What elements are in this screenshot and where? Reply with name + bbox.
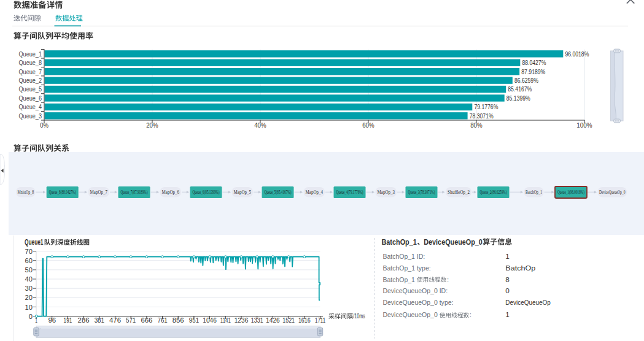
svg-text:87.9189%: 87.9189% [521,68,545,75]
svg-text:381: 381 [95,316,104,324]
svg-text:Queue_8: Queue_8 [19,59,42,66]
svg-text:/10ms: /10ms [353,313,365,320]
svg-text:40: 40 [25,275,33,283]
svg-text:BatchOp_1: BatchOp_1 [382,276,417,283]
svg-text:1236: 1236 [235,316,249,324]
svg-text:571: 571 [126,316,136,324]
svg-text:85.4167%: 85.4167% [508,85,532,93]
svg-text:MapOp_5: MapOp_5 [234,190,252,195]
svg-text:1: 1 [505,252,510,261]
svg-text:MnistOp_8: MnistOp_8 [18,190,34,195]
svg-text:80%: 80% [470,121,483,129]
svg-text:DeviceQueueOp_0: DeviceQueueOp_0 [424,238,483,247]
svg-text:1521: 1521 [282,316,295,324]
svg-text:60%: 60% [362,121,374,129]
svg-text:BatchOp_1: BatchOp_1 [382,238,417,247]
svg-text:Queue1: Queue1 [25,238,44,247]
svg-text:Queue_5(85.4167%): Queue_5(85.4167%) [265,190,292,195]
svg-text:BatchOp_1 type:: BatchOp_1 type: [382,264,430,272]
svg-text:100%: 100% [576,121,592,129]
svg-text:DeviceQueueOp_0 ID:: DeviceQueueOp_0 ID: [382,287,448,294]
svg-text:MapOp_6: MapOp_6 [162,190,180,195]
svg-text:Queue_7(87.9189%): Queue_7(87.9189%) [121,190,148,195]
svg-text::: : [447,276,449,283]
svg-text:8: 8 [505,275,510,284]
svg-text:Queue_5: Queue_5 [19,85,42,93]
svg-text:1: 1 [505,310,510,319]
svg-text:70: 70 [25,248,33,255]
svg-text:10: 10 [25,304,33,311]
svg-text:476: 476 [109,316,121,324]
svg-text:20%: 20% [146,121,158,129]
svg-text:1426: 1426 [266,316,280,324]
svg-text:Queue_6(85.1399%): Queue_6(85.1399%) [193,190,220,195]
svg-text:191: 191 [64,316,72,324]
svg-text:Queue_2(86.6259%): Queue_2(86.6259%) [480,190,507,195]
svg-text:MapOp_3: MapOp_3 [378,190,395,195]
svg-text:1046: 1046 [203,316,217,324]
svg-text:30: 30 [25,285,33,292]
svg-text:86.6259%: 86.6259% [514,77,538,84]
svg-text:1141: 1141 [220,316,231,324]
svg-text:78.3071%: 78.3071% [470,112,494,120]
svg-text:ShuffleOp_2: ShuffleOp_2 [448,190,470,195]
svg-text:DeviceQueueOp_0 type:: DeviceQueueOp_0 type: [382,299,453,306]
svg-text:DeviceQueueOp_0: DeviceQueueOp_0 [599,190,626,195]
svg-text:Queue_1: Queue_1 [19,50,42,58]
svg-text:Queue_4: Queue_4 [19,103,42,110]
svg-text:MapOp_4: MapOp_4 [306,190,324,195]
svg-text:0%: 0% [40,121,48,129]
svg-text:Queue_8(88.0427%): Queue_8(88.0427%) [49,190,76,195]
svg-text:96: 96 [48,316,56,324]
svg-text:50: 50 [25,266,33,274]
svg-text:0: 0 [29,313,33,320]
svg-text:0: 0 [505,286,510,295]
svg-text::: : [470,311,471,318]
svg-text:Queue_1(96.0018%): Queue_1(96.0018%) [557,190,584,195]
svg-text:BatchOp_1 ID:: BatchOp_1 ID: [382,253,425,260]
svg-text:Queue_6: Queue_6 [19,94,42,102]
svg-text:951: 951 [189,316,199,324]
svg-text:88.0427%: 88.0427% [522,59,546,66]
svg-text:Queue_3: Queue_3 [19,112,42,120]
svg-text:1331: 1331 [251,316,263,324]
svg-text:Queue_4(79.1776%): Queue_4(79.1776%) [336,190,363,195]
svg-text:1616: 1616 [298,316,311,324]
svg-text:60: 60 [25,257,33,264]
svg-text:Queue_3(78.3071%): Queue_3(78.3071%) [408,190,435,195]
svg-text:856: 856 [173,316,184,324]
svg-text:DeviceQueueOp_0: DeviceQueueOp_0 [382,311,439,318]
svg-text:Queue_7: Queue_7 [19,68,42,75]
svg-text:20: 20 [25,294,33,301]
svg-text:DeviceQueueOp: DeviceQueueOp [505,298,551,307]
svg-text:MapOp_7: MapOp_7 [90,190,108,195]
svg-text:79.1776%: 79.1776% [474,103,498,110]
svg-text:85.1399%: 85.1399% [506,94,530,102]
svg-text:761: 761 [158,316,168,324]
svg-text:1711: 1711 [315,316,325,324]
svg-text:666: 666 [141,316,152,324]
svg-text:BatchOp_1: BatchOp_1 [526,190,542,195]
svg-text:40%: 40% [254,121,266,129]
svg-text:BatchOp: BatchOp [505,264,535,272]
svg-text:96.0018%: 96.0018% [565,50,589,58]
svg-text:286: 286 [78,316,90,324]
svg-text:Queue_2: Queue_2 [19,77,42,84]
